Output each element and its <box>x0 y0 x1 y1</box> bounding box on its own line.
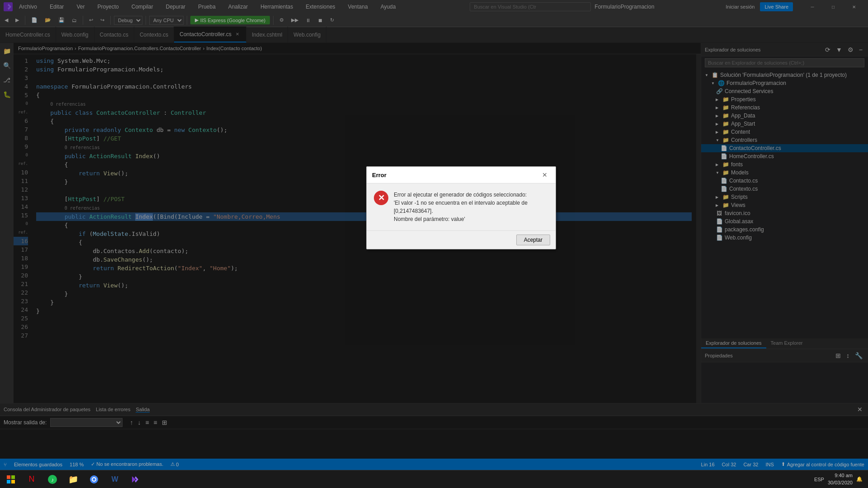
taskbar-time-value: 9:40 am <box>828 472 853 479</box>
taskbar-spotify[interactable]: ♪ <box>42 470 62 488</box>
taskbar-date-value: 30/03/2020 <box>828 479 853 486</box>
dialog-message-line1: Error al ejecutar el generador de código… <box>394 191 548 199</box>
error-dialog: Error ✕ ✕ Error al ejecutar el generador… <box>366 166 556 249</box>
dialog-titlebar: Error ✕ <box>367 167 556 183</box>
taskbar-lang: ESP <box>814 477 824 482</box>
svg-text:♪: ♪ <box>51 477 54 483</box>
svg-rect-3 <box>11 475 15 479</box>
error-icon: ✕ <box>374 191 388 205</box>
svg-rect-5 <box>11 480 15 483</box>
taskbar-apps: N ♪ 📁 W <box>20 470 814 488</box>
taskbar-right: ESP 9:40 am 30/03/2020 🔔 <box>814 472 866 486</box>
dialog-message: Error al ejecutar el generador de código… <box>394 191 548 223</box>
dialog-close-button[interactable]: ✕ <box>539 170 550 179</box>
taskbar-vs[interactable] <box>126 470 146 488</box>
start-button[interactable] <box>2 470 20 488</box>
taskbar-clock: 9:40 am 30/03/2020 <box>828 472 853 486</box>
dialog-accept-button[interactable]: Aceptar <box>516 235 550 245</box>
taskbar: N ♪ 📁 W ESP 9:40 am 30/03/2020 🔔 <box>0 470 868 488</box>
svg-marker-11 <box>132 476 136 483</box>
svg-rect-4 <box>7 480 10 483</box>
dialog-message-line2: 'El valor -1 no se encuentra en el inter… <box>394 199 548 215</box>
dialog-title: Error <box>372 172 387 178</box>
taskbar-word[interactable]: W <box>105 470 125 488</box>
dialog-message-line3: Nombre del parámetro: value' <box>394 215 548 223</box>
dialog-body: ✕ Error al ejecutar el generador de códi… <box>367 183 556 230</box>
svg-point-10 <box>93 478 95 481</box>
svg-rect-2 <box>7 475 10 479</box>
taskbar-chrome[interactable] <box>84 470 104 488</box>
taskbar-notification[interactable]: 🔔 <box>856 476 863 482</box>
dialog-footer: Aceptar <box>367 230 556 249</box>
taskbar-netflix[interactable]: N <box>22 470 42 488</box>
dialog-overlay: Error ✕ ✕ Error al ejecutar el generador… <box>0 0 868 488</box>
taskbar-explorer[interactable]: 📁 <box>63 470 83 488</box>
